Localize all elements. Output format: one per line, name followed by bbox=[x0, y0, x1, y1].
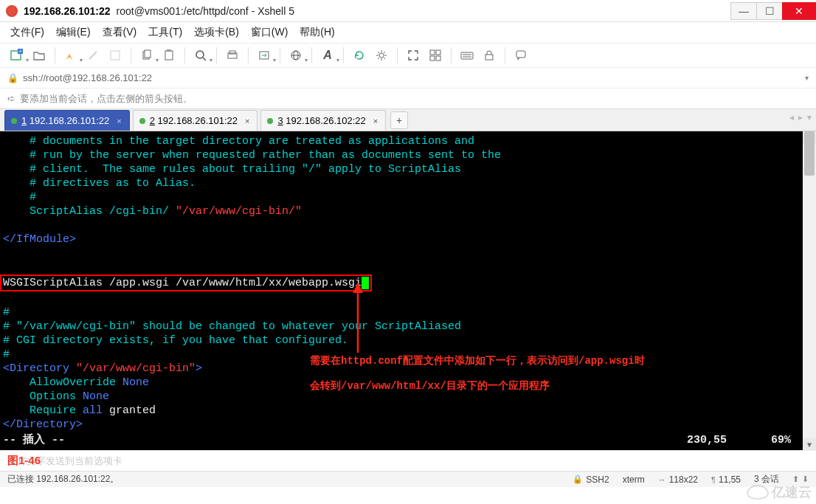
tab-list-icon[interactable]: ▾ bbox=[807, 112, 812, 122]
lock-status-icon: 🔒 bbox=[573, 474, 583, 484]
transfer-icon[interactable] bbox=[255, 46, 274, 65]
session-tab-2[interactable]: 2 192.168.26.101:22 × bbox=[133, 110, 258, 131]
tab-label: 192.168.26.102:22 bbox=[286, 115, 365, 126]
svg-rect-6 bbox=[145, 50, 151, 58]
session-tab-3[interactable]: 3 192.168.26.102:22 × bbox=[260, 110, 386, 131]
font-icon[interactable]: A bbox=[318, 46, 337, 65]
tab-label: 192.168.26.101:22 bbox=[30, 115, 109, 126]
tab-prev-icon[interactable]: ◂ bbox=[789, 112, 794, 122]
menu-view[interactable]: 查看(V) bbox=[103, 26, 137, 39]
address-dropdown-icon[interactable]: ▾ bbox=[805, 74, 809, 82]
scroll-down-icon[interactable]: ▼ bbox=[803, 438, 816, 450]
highlighted-config-line: WSGIScriptAlias /app.wsgi /var/www/html/… bbox=[3, 275, 813, 291]
svg-rect-21 bbox=[436, 56, 440, 61]
status-dot-icon bbox=[139, 118, 145, 124]
watermark: 亿速云 bbox=[747, 483, 812, 501]
vim-mode: -- 插入 -- bbox=[3, 433, 65, 447]
refresh-icon[interactable] bbox=[350, 46, 369, 65]
svg-rect-22 bbox=[461, 52, 473, 59]
menu-file[interactable]: 文件(F) bbox=[10, 26, 44, 39]
watermark-text: 亿速云 bbox=[772, 483, 812, 501]
layout-icon[interactable] bbox=[426, 46, 445, 65]
keyboard-icon[interactable] bbox=[457, 46, 477, 65]
title-path: root@vms001:/etc/httpd/conf - Xshell 5 bbox=[117, 5, 294, 17]
close-button[interactable]: ✕ bbox=[782, 2, 816, 20]
menu-tool[interactable]: 工具(T) bbox=[148, 26, 182, 39]
svg-line-3 bbox=[89, 52, 97, 59]
titlebar: 192.168.26.101:22 root@vms001:/etc/httpd… bbox=[0, 0, 816, 22]
tab-close-icon[interactable]: × bbox=[117, 117, 121, 125]
app-icon bbox=[6, 5, 18, 17]
status-cursor: 11,55 bbox=[719, 474, 741, 485]
term-line: # CGI directory exists, if you have that… bbox=[3, 334, 813, 348]
fullscreen-icon[interactable] bbox=[404, 46, 423, 65]
status-dot-icon bbox=[11, 118, 17, 124]
status-protocol: SSH2 bbox=[586, 474, 609, 485]
terminal-view[interactable]: # documents in the target directory are … bbox=[0, 131, 816, 450]
term-line: # documents in the target directory are … bbox=[3, 134, 813, 148]
print-icon[interactable] bbox=[223, 46, 242, 65]
title-host: 192.168.26.101:22 bbox=[24, 5, 111, 17]
chat-icon[interactable] bbox=[511, 46, 530, 65]
lock-icon[interactable] bbox=[480, 46, 499, 65]
tab-nav: ◂ ▸ ▾ bbox=[789, 112, 812, 122]
send-bar: 图1-46 仅将文字发送到当前选项卡 bbox=[0, 450, 816, 471]
info-bar: ➪ 要添加当前会话，点击左侧的箭头按钮。 bbox=[0, 89, 816, 109]
search-icon[interactable] bbox=[191, 46, 210, 65]
session-tab-1[interactable]: 1 192.168.26.101:22 × bbox=[4, 110, 130, 131]
new-session-icon[interactable]: + bbox=[7, 46, 27, 65]
tab-num: 2 bbox=[150, 115, 155, 126]
cursor-icon: ¶ bbox=[711, 475, 716, 484]
scroll-thumb[interactable] bbox=[804, 131, 815, 176]
toolbar: + A bbox=[0, 43, 816, 68]
svg-rect-25 bbox=[485, 55, 493, 60]
term-line: # bbox=[3, 305, 813, 320]
copy-icon[interactable] bbox=[137, 46, 156, 65]
open-icon[interactable] bbox=[30, 46, 49, 65]
gear-icon[interactable] bbox=[372, 46, 391, 65]
term-line: # run by the server when requested rathe… bbox=[3, 148, 813, 162]
term-line: </IfModule> bbox=[3, 232, 813, 246]
svg-rect-7 bbox=[165, 51, 173, 60]
tab-num: 3 bbox=[277, 115, 283, 126]
session-tabbar: 1 192.168.26.101:22 × 2 192.168.26.101:2… bbox=[0, 109, 816, 131]
highlight-icon[interactable] bbox=[61, 46, 80, 65]
properties-icon[interactable] bbox=[106, 46, 125, 65]
window-controls: — ☐ ✕ bbox=[731, 2, 816, 20]
wand-icon[interactable] bbox=[83, 46, 103, 65]
term-line: Require all granted bbox=[3, 404, 813, 418]
svg-marker-28 bbox=[353, 283, 363, 293]
maximize-button[interactable]: ☐ bbox=[756, 2, 783, 20]
term-line: # directives as to Alias. bbox=[3, 176, 813, 190]
tab-close-icon[interactable]: × bbox=[373, 117, 378, 125]
minimize-button[interactable]: — bbox=[730, 2, 757, 20]
terminal-scrollbar[interactable]: ▲ ▼ bbox=[803, 131, 816, 450]
send-note: 仅将文字发送到当前选项卡 bbox=[7, 455, 122, 468]
menu-window[interactable]: 窗口(W) bbox=[251, 26, 288, 39]
menu-tab[interactable]: 选项卡(B) bbox=[194, 26, 239, 39]
add-tab-button[interactable]: + bbox=[390, 111, 408, 129]
menu-help[interactable]: 帮助(H) bbox=[300, 26, 334, 39]
svg-rect-8 bbox=[167, 49, 171, 52]
svg-rect-26 bbox=[516, 51, 525, 58]
tab-close-icon[interactable]: × bbox=[245, 117, 249, 125]
arrow-tip-icon[interactable]: ➪ bbox=[7, 93, 15, 104]
paste-icon[interactable] bbox=[159, 46, 179, 65]
vim-scroll-pct: 69% bbox=[771, 433, 791, 447]
tab-label: 192.168.26.101:22 bbox=[158, 115, 238, 126]
tab-next-icon[interactable]: ▸ bbox=[798, 112, 803, 122]
address-text[interactable]: ssh://root@192.168.26.101:22 bbox=[23, 72, 805, 83]
svg-rect-4 bbox=[111, 51, 120, 60]
globe-icon[interactable] bbox=[286, 46, 305, 65]
menu-edit[interactable]: 编辑(E) bbox=[56, 26, 91, 39]
annotation-arrow-icon bbox=[347, 283, 369, 356]
svg-point-17 bbox=[379, 53, 384, 58]
annotation-text-1: 需要在httpd.conf配置文件中添加如下一行，表示访问到/app.wsgi时 bbox=[310, 353, 645, 369]
svg-point-9 bbox=[196, 51, 204, 58]
tab-num: 1 bbox=[21, 115, 27, 126]
svg-rect-20 bbox=[430, 56, 435, 61]
term-line: # bbox=[3, 190, 813, 204]
term-line: # "/var/www/cgi-bin" should be changed t… bbox=[3, 320, 813, 334]
svg-rect-19 bbox=[436, 50, 440, 55]
status-dot-icon bbox=[267, 118, 273, 124]
